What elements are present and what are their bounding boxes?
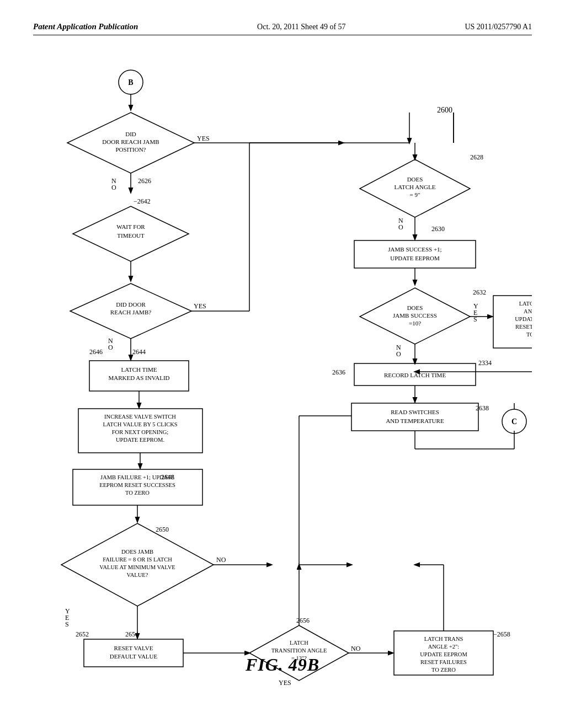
flowchart-svg: B DID DOOR REACH JAMB POSITION? 2626 YES… (33, 52, 532, 686)
diagram-area: B DID DOOR REACH JAMB POSITION? 2626 YES… (33, 52, 532, 686)
label-2630: 2630 (431, 225, 445, 233)
svg-text:EEPROM RESET SUCCESSES: EEPROM RESET SUCCESSES (99, 482, 175, 488)
label-2646: 2646 (89, 348, 103, 356)
label-2644: 2644 (132, 348, 146, 356)
svg-text:=10?: =10? (409, 320, 421, 326)
svg-text:LATCH VALUE BY 5 CLICKS: LATCH VALUE BY 5 CLICKS (103, 421, 177, 427)
increase-valve-label: INCREASE VALVE SWITCH (104, 414, 176, 420)
svg-text:UPDATE EEPROM: UPDATE EEPROM (515, 316, 532, 322)
no-label-3: NO (216, 556, 226, 564)
reset-valve-label: RESET VALVE (114, 645, 153, 651)
svg-text:REACH JAMB?: REACH JAMB? (110, 309, 151, 315)
svg-rect-61 (354, 240, 476, 268)
label-2642: −2642 (134, 197, 151, 205)
does-jamb-failure-label: DOES JAMB (121, 549, 153, 555)
svg-text:S: S (65, 620, 69, 628)
label-2636: 2636 (332, 368, 345, 376)
did-door-reach-jamb2-label: DID DOOR (116, 301, 146, 308)
svg-text:O: O (396, 350, 401, 358)
svg-text:VALUE AT MINIMUM VALVE: VALUE AT MINIMUM VALVE (99, 564, 175, 570)
does-jamb-success-label: DOES (407, 304, 423, 311)
svg-text:O: O (111, 184, 116, 191)
label-2600: 2600 (437, 106, 452, 114)
svg-text:TIMEOUT: TIMEOUT (117, 232, 145, 239)
svg-text:= 9": = 9" (410, 191, 420, 198)
svg-text:TO ZERO: TO ZERO (526, 331, 532, 338)
svg-text:O: O (398, 223, 403, 231)
read-switches-label: READ SWITCHES (391, 409, 439, 415)
svg-text:LATCH ANGLE: LATCH ANGLE (395, 184, 436, 190)
svg-text:TRANSITION ANGLE: TRANSITION ANGLE (271, 647, 327, 654)
svg-text:RESET FAILURES: RESET FAILURES (420, 659, 467, 665)
svg-text:UPDATE EEPROM.: UPDATE EEPROM. (116, 437, 164, 443)
yes-label-latch: YES (279, 679, 291, 686)
header-patent-number: US 2011/0257790 A1 (465, 23, 532, 31)
label-2334: 2334 (478, 359, 492, 367)
c-label: C (511, 417, 517, 426)
svg-text:ANGLE -2",: ANGLE -2", (524, 308, 532, 314)
svg-text:FOR NEXT OPENING;: FOR NEXT OPENING; (112, 429, 169, 435)
svg-text:AND TEMPERATURE: AND TEMPERATURE (386, 417, 444, 424)
page: Patent Application Publication Oct. 20, … (0, 0, 565, 728)
did-door-reach-jamb-label: DID (125, 131, 136, 137)
jamb-success-label: JAMB SUCCESS +1; (388, 246, 441, 253)
figure-label: FIG. 49B (246, 655, 319, 675)
svg-text:UPDATE EEPROM: UPDATE EEPROM (420, 651, 467, 657)
svg-text:O: O (108, 344, 113, 351)
svg-text:UPDATE EEPROM: UPDATE EEPROM (390, 255, 440, 261)
record-latch-time-label: RECORD LATCH TIME (384, 372, 446, 378)
label-2628: 2628 (470, 153, 483, 161)
label-2626: 2626 (138, 177, 151, 185)
svg-text:DEFAULT VALUE: DEFAULT VALUE (110, 653, 158, 660)
yes-label-2: YES (194, 302, 206, 310)
label-2658: −2658 (493, 630, 510, 638)
svg-text:MARKED AS INVALID: MARKED AS INVALID (108, 374, 169, 381)
label-2632: 2632 (473, 288, 486, 296)
no-label-4: NO (351, 645, 361, 652)
label-2656: 2656 (296, 617, 310, 624)
svg-text:TO ZERO: TO ZERO (125, 490, 150, 496)
latch-trans-plus-label: LATCH TRANS (424, 636, 463, 642)
label-2652: 2652 (76, 630, 89, 638)
svg-text:DOOR REACH JAMB: DOOR REACH JAMB (102, 138, 159, 145)
svg-text:ANGLE +2":: ANGLE +2": (428, 644, 460, 650)
svg-text:RESET FAILURES: RESET FAILURES (515, 324, 532, 330)
svg-rect-81 (351, 403, 478, 431)
svg-text:JAMB SUCCESS: JAMB SUCCESS (393, 312, 437, 319)
label-2650: 2650 (156, 526, 169, 533)
label-2638: 2638 (476, 404, 489, 412)
header-publication: Patent Application Publication (33, 22, 138, 31)
label-2654: 2654 (125, 630, 138, 638)
does-latch-angle-label: DOES (407, 176, 423, 183)
svg-text:TO ZERO: TO ZERO (431, 667, 456, 673)
b-label: B (128, 78, 133, 87)
svg-text:FAILURE = 8 OR IS LATCH: FAILURE = 8 OR IS LATCH (103, 556, 172, 563)
header-date-sheet: Oct. 20, 2011 Sheet 49 of 57 (257, 23, 345, 31)
svg-text:POSITION?: POSITION? (116, 146, 146, 153)
wait-timeout-label: WAIT FOR (116, 223, 145, 230)
jamb-failure-label: JAMB FAILURE +1; UPDATE (100, 474, 174, 480)
yes-label-1: YES (197, 135, 210, 142)
latch-time-marked-label: LATCH TIME (121, 366, 157, 373)
svg-text:VALUE?: VALUE? (127, 572, 148, 578)
page-header: Patent Application Publication Oct. 20, … (33, 22, 532, 35)
latch-trans-minus-label: LATCH TRANS (519, 301, 532, 307)
latch-transition-q-label: LATCH (290, 640, 308, 646)
